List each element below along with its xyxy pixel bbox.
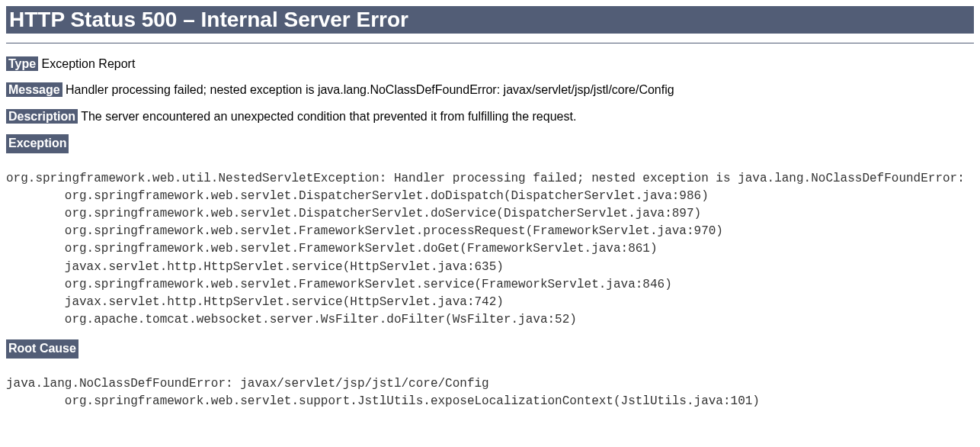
rootcause-label: Root Cause bbox=[6, 339, 78, 358]
page-title: HTTP Status 500 – Internal Server Error bbox=[6, 6, 974, 34]
description-value: The server encountered an unexpected con… bbox=[81, 110, 576, 123]
description-row: Description The server encountered an un… bbox=[6, 108, 974, 125]
divider bbox=[6, 43, 974, 43]
message-row: Message Handler processing failed; neste… bbox=[6, 82, 974, 98]
exception-stacktrace: org.springframework.web.util.NestedServl… bbox=[6, 170, 974, 330]
description-label: Description bbox=[6, 109, 78, 124]
type-row: Type Exception Report bbox=[6, 56, 974, 72]
rootcause-stacktrace: java.lang.NoClassDefFoundError: javax/se… bbox=[6, 375, 974, 410]
exception-label: Exception bbox=[6, 134, 69, 153]
message-label: Message bbox=[6, 82, 62, 97]
rootcause-section-header: Root Cause bbox=[6, 339, 974, 365]
type-value: Exception Report bbox=[42, 57, 136, 70]
type-label: Type bbox=[6, 56, 38, 71]
exception-section-header: Exception bbox=[6, 134, 974, 160]
message-value: Handler processing failed; nested except… bbox=[66, 83, 674, 96]
